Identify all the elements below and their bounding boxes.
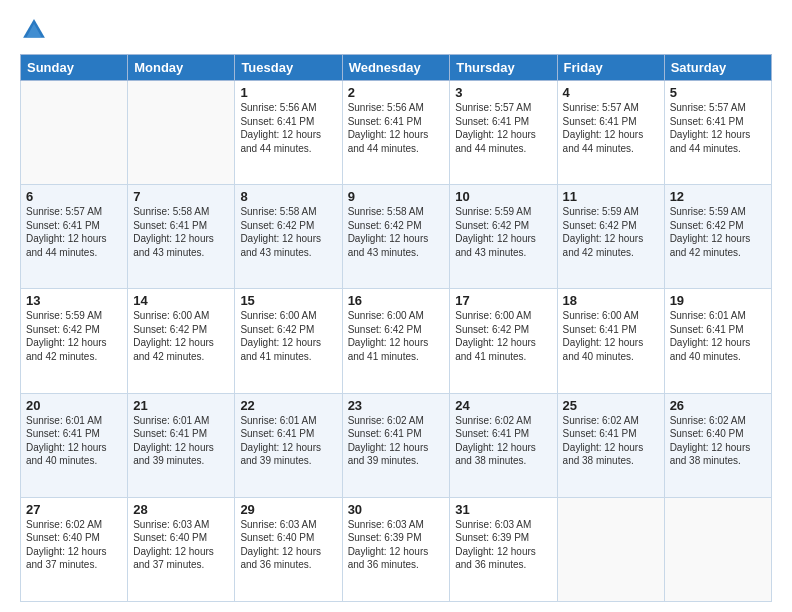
logo-icon — [20, 16, 48, 44]
weekday-header: Monday — [128, 55, 235, 81]
calendar-body: 1Sunrise: 5:56 AM Sunset: 6:41 PM Daylig… — [21, 81, 772, 602]
day-info: Sunrise: 6:00 AM Sunset: 6:42 PM Dayligh… — [240, 309, 336, 363]
day-info: Sunrise: 6:02 AM Sunset: 6:40 PM Dayligh… — [670, 414, 766, 468]
weekday-header: Friday — [557, 55, 664, 81]
day-info: Sunrise: 6:01 AM Sunset: 6:41 PM Dayligh… — [26, 414, 122, 468]
day-number: 29 — [240, 502, 336, 517]
calendar-cell: 13Sunrise: 5:59 AM Sunset: 6:42 PM Dayli… — [21, 289, 128, 393]
day-info: Sunrise: 6:03 AM Sunset: 6:39 PM Dayligh… — [455, 518, 551, 572]
calendar-cell: 18Sunrise: 6:00 AM Sunset: 6:41 PM Dayli… — [557, 289, 664, 393]
day-number: 18 — [563, 293, 659, 308]
calendar-cell: 26Sunrise: 6:02 AM Sunset: 6:40 PM Dayli… — [664, 393, 771, 497]
day-number: 12 — [670, 189, 766, 204]
calendar-cell: 16Sunrise: 6:00 AM Sunset: 6:42 PM Dayli… — [342, 289, 450, 393]
week-row: 6Sunrise: 5:57 AM Sunset: 6:41 PM Daylig… — [21, 185, 772, 289]
day-info: Sunrise: 6:00 AM Sunset: 6:42 PM Dayligh… — [133, 309, 229, 363]
calendar-cell: 17Sunrise: 6:00 AM Sunset: 6:42 PM Dayli… — [450, 289, 557, 393]
day-info: Sunrise: 5:58 AM Sunset: 6:42 PM Dayligh… — [240, 205, 336, 259]
calendar-cell: 25Sunrise: 6:02 AM Sunset: 6:41 PM Dayli… — [557, 393, 664, 497]
calendar-cell: 12Sunrise: 5:59 AM Sunset: 6:42 PM Dayli… — [664, 185, 771, 289]
day-info: Sunrise: 5:57 AM Sunset: 6:41 PM Dayligh… — [670, 101, 766, 155]
day-number: 15 — [240, 293, 336, 308]
calendar-cell: 29Sunrise: 6:03 AM Sunset: 6:40 PM Dayli… — [235, 497, 342, 601]
day-info: Sunrise: 6:02 AM Sunset: 6:41 PM Dayligh… — [348, 414, 445, 468]
calendar-cell: 15Sunrise: 6:00 AM Sunset: 6:42 PM Dayli… — [235, 289, 342, 393]
page: SundayMondayTuesdayWednesdayThursdayFrid… — [0, 0, 792, 612]
day-number: 17 — [455, 293, 551, 308]
day-info: Sunrise: 5:59 AM Sunset: 6:42 PM Dayligh… — [455, 205, 551, 259]
day-number: 10 — [455, 189, 551, 204]
calendar-cell — [21, 81, 128, 185]
day-info: Sunrise: 6:01 AM Sunset: 6:41 PM Dayligh… — [240, 414, 336, 468]
calendar-cell — [664, 497, 771, 601]
day-info: Sunrise: 6:02 AM Sunset: 6:41 PM Dayligh… — [455, 414, 551, 468]
day-number: 6 — [26, 189, 122, 204]
calendar-table: SundayMondayTuesdayWednesdayThursdayFrid… — [20, 54, 772, 602]
calendar-cell: 27Sunrise: 6:02 AM Sunset: 6:40 PM Dayli… — [21, 497, 128, 601]
day-info: Sunrise: 6:00 AM Sunset: 6:41 PM Dayligh… — [563, 309, 659, 363]
calendar-cell: 19Sunrise: 6:01 AM Sunset: 6:41 PM Dayli… — [664, 289, 771, 393]
day-info: Sunrise: 5:58 AM Sunset: 6:41 PM Dayligh… — [133, 205, 229, 259]
weekday-header: Thursday — [450, 55, 557, 81]
calendar-header: SundayMondayTuesdayWednesdayThursdayFrid… — [21, 55, 772, 81]
calendar-cell: 31Sunrise: 6:03 AM Sunset: 6:39 PM Dayli… — [450, 497, 557, 601]
day-number: 30 — [348, 502, 445, 517]
day-info: Sunrise: 6:00 AM Sunset: 6:42 PM Dayligh… — [455, 309, 551, 363]
day-info: Sunrise: 6:01 AM Sunset: 6:41 PM Dayligh… — [133, 414, 229, 468]
weekday-header: Wednesday — [342, 55, 450, 81]
calendar-cell: 23Sunrise: 6:02 AM Sunset: 6:41 PM Dayli… — [342, 393, 450, 497]
calendar-cell: 22Sunrise: 6:01 AM Sunset: 6:41 PM Dayli… — [235, 393, 342, 497]
day-info: Sunrise: 5:58 AM Sunset: 6:42 PM Dayligh… — [348, 205, 445, 259]
day-number: 1 — [240, 85, 336, 100]
day-info: Sunrise: 6:03 AM Sunset: 6:39 PM Dayligh… — [348, 518, 445, 572]
logo — [20, 16, 52, 44]
day-info: Sunrise: 5:59 AM Sunset: 6:42 PM Dayligh… — [26, 309, 122, 363]
day-number: 9 — [348, 189, 445, 204]
day-number: 13 — [26, 293, 122, 308]
weekday-row: SundayMondayTuesdayWednesdayThursdayFrid… — [21, 55, 772, 81]
day-number: 16 — [348, 293, 445, 308]
calendar-cell: 5Sunrise: 5:57 AM Sunset: 6:41 PM Daylig… — [664, 81, 771, 185]
week-row: 20Sunrise: 6:01 AM Sunset: 6:41 PM Dayli… — [21, 393, 772, 497]
calendar-cell: 11Sunrise: 5:59 AM Sunset: 6:42 PM Dayli… — [557, 185, 664, 289]
day-number: 27 — [26, 502, 122, 517]
day-info: Sunrise: 5:56 AM Sunset: 6:41 PM Dayligh… — [348, 101, 445, 155]
day-number: 25 — [563, 398, 659, 413]
day-info: Sunrise: 5:57 AM Sunset: 6:41 PM Dayligh… — [563, 101, 659, 155]
day-number: 28 — [133, 502, 229, 517]
calendar-cell: 4Sunrise: 5:57 AM Sunset: 6:41 PM Daylig… — [557, 81, 664, 185]
calendar-cell: 20Sunrise: 6:01 AM Sunset: 6:41 PM Dayli… — [21, 393, 128, 497]
day-number: 3 — [455, 85, 551, 100]
calendar-cell: 8Sunrise: 5:58 AM Sunset: 6:42 PM Daylig… — [235, 185, 342, 289]
day-number: 14 — [133, 293, 229, 308]
weekday-header: Tuesday — [235, 55, 342, 81]
day-number: 4 — [563, 85, 659, 100]
calendar-cell: 30Sunrise: 6:03 AM Sunset: 6:39 PM Dayli… — [342, 497, 450, 601]
calendar-cell: 10Sunrise: 5:59 AM Sunset: 6:42 PM Dayli… — [450, 185, 557, 289]
day-info: Sunrise: 6:02 AM Sunset: 6:41 PM Dayligh… — [563, 414, 659, 468]
day-number: 8 — [240, 189, 336, 204]
week-row: 27Sunrise: 6:02 AM Sunset: 6:40 PM Dayli… — [21, 497, 772, 601]
calendar-cell — [128, 81, 235, 185]
day-info: Sunrise: 5:57 AM Sunset: 6:41 PM Dayligh… — [26, 205, 122, 259]
calendar-cell: 3Sunrise: 5:57 AM Sunset: 6:41 PM Daylig… — [450, 81, 557, 185]
weekday-header: Saturday — [664, 55, 771, 81]
calendar-cell: 6Sunrise: 5:57 AM Sunset: 6:41 PM Daylig… — [21, 185, 128, 289]
day-number: 20 — [26, 398, 122, 413]
day-info: Sunrise: 6:03 AM Sunset: 6:40 PM Dayligh… — [133, 518, 229, 572]
week-row: 13Sunrise: 5:59 AM Sunset: 6:42 PM Dayli… — [21, 289, 772, 393]
day-number: 23 — [348, 398, 445, 413]
day-info: Sunrise: 5:59 AM Sunset: 6:42 PM Dayligh… — [670, 205, 766, 259]
calendar-cell: 24Sunrise: 6:02 AM Sunset: 6:41 PM Dayli… — [450, 393, 557, 497]
day-info: Sunrise: 5:59 AM Sunset: 6:42 PM Dayligh… — [563, 205, 659, 259]
day-number: 22 — [240, 398, 336, 413]
day-info: Sunrise: 6:00 AM Sunset: 6:42 PM Dayligh… — [348, 309, 445, 363]
day-number: 11 — [563, 189, 659, 204]
day-info: Sunrise: 5:56 AM Sunset: 6:41 PM Dayligh… — [240, 101, 336, 155]
day-info: Sunrise: 6:01 AM Sunset: 6:41 PM Dayligh… — [670, 309, 766, 363]
day-number: 31 — [455, 502, 551, 517]
day-number: 24 — [455, 398, 551, 413]
day-number: 2 — [348, 85, 445, 100]
calendar-cell: 28Sunrise: 6:03 AM Sunset: 6:40 PM Dayli… — [128, 497, 235, 601]
day-number: 7 — [133, 189, 229, 204]
